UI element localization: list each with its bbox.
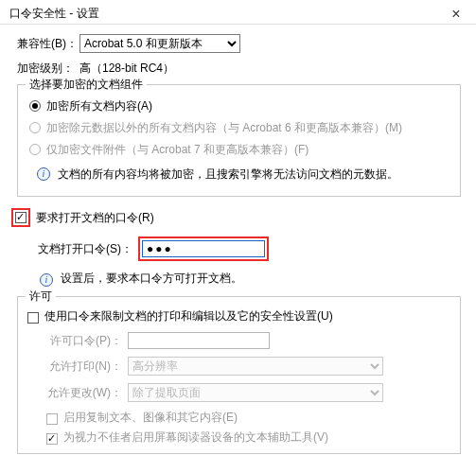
info-icon: i [40, 273, 53, 287]
radio-encrypt-all-label: 加密所有文档内容(A) [46, 98, 152, 114]
allow-change-select: 除了提取页面 [128, 383, 383, 402]
compat-select[interactable]: Acrobat 5.0 和更新版本 [79, 34, 240, 53]
open-password-note: 设置后，要求本口令方可打开文档。 [61, 271, 242, 287]
checkbox-enable-screen-reader [46, 433, 58, 445]
encrypt-components-legend: 选择要加密的文档组件 [26, 77, 147, 93]
encryption-level-value: 高（128-bit RC4） [79, 61, 174, 77]
open-password-input[interactable] [142, 240, 265, 257]
encrypt-note: 文档的所有内容均将被加密，且搜索引擎将无法访问文档的元数据。 [58, 166, 398, 183]
permissions-group: 许可 使用口令来限制文档的打印和编辑以及它的安全性设置(U) 许可口令(P)： … [17, 296, 461, 454]
permissions-legend: 许可 [26, 289, 56, 305]
info-icon: i [37, 167, 50, 181]
allow-print-select: 高分辨率 [128, 357, 383, 376]
perm-password-label: 许可口令(P)： [46, 333, 122, 349]
checkbox-require-open-password[interactable] [15, 212, 26, 223]
compat-label: 兼容性(B)： [17, 36, 79, 52]
window-title: 口令安全性 - 设置 [9, 6, 99, 22]
radio-encrypt-all[interactable] [29, 100, 41, 112]
allow-change-label: 允许更改(W)： [46, 385, 122, 401]
radio-encrypt-attachments-label: 仅加密文件附件（与 Acrobat 7 和更高版本兼容）(F) [46, 142, 309, 158]
open-password-label: 文档打开口令(S)： [38, 241, 132, 257]
checkbox-enable-copy-label: 启用复制文本、图像和其它内容(E) [63, 410, 238, 426]
radio-encrypt-attachments [29, 144, 41, 155]
encrypt-components-group: 选择要加密的文档组件 加密所有文档内容(A) 加密除元数据以外的所有文档内容（与… [17, 84, 461, 197]
allow-print-label: 允许打印(N)： [46, 359, 122, 375]
encryption-level-label: 加密级别： [17, 61, 79, 77]
checkbox-enable-copy [46, 413, 58, 425]
checkbox-require-open-password-label: 要求打开文档的口令(R) [36, 210, 154, 226]
perm-password-input [128, 332, 270, 349]
checkbox-enable-screen-reader-label: 为视力不佳者启用屏幕阅读器设备的文本辅助工具(V) [63, 429, 328, 446]
checkbox-restrict-permissions-label: 使用口令来限制文档的打印和编辑以及它的安全性设置(U) [44, 308, 333, 324]
radio-encrypt-except-meta [29, 122, 41, 133]
close-icon[interactable]: × [442, 6, 470, 23]
radio-encrypt-except-meta-label: 加密除元数据以外的所有文档内容（与 Acrobat 6 和更高版本兼容）(M) [46, 120, 402, 136]
checkbox-restrict-permissions[interactable] [27, 312, 39, 324]
